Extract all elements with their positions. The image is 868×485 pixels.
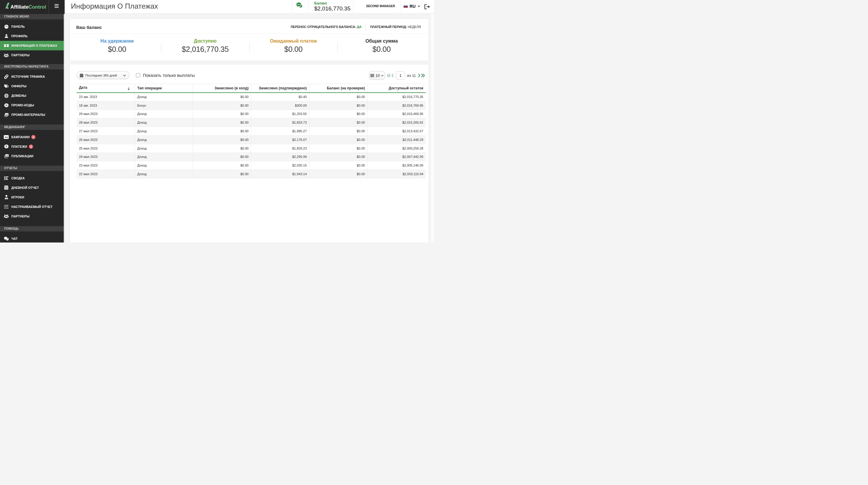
svg-text:$: $ [6, 145, 7, 148]
svg-text:Ad: Ad [5, 136, 8, 139]
